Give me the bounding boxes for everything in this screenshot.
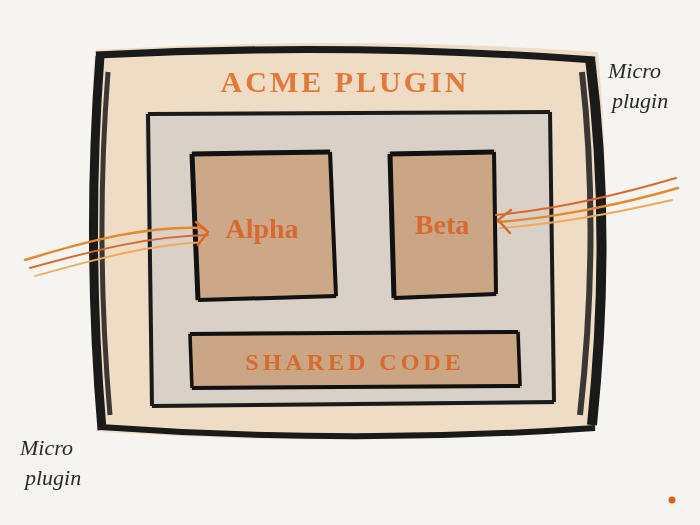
diagram-canvas: ACME PLUGIN Alpha Beta SHARED CODE bbox=[0, 0, 700, 525]
tool-dot bbox=[669, 497, 676, 504]
annotation-left: Micro plugin bbox=[19, 435, 81, 490]
shared-box: SHARED CODE bbox=[188, 330, 522, 390]
shared-label: SHARED CODE bbox=[245, 349, 464, 375]
beta-label: Beta bbox=[415, 209, 469, 240]
alpha-label: Alpha bbox=[225, 213, 298, 244]
beta-box: Beta bbox=[388, 150, 498, 300]
diagram-title: ACME PLUGIN bbox=[221, 65, 470, 98]
alpha-box: Alpha bbox=[190, 150, 338, 302]
annotation-right: Micro plugin bbox=[607, 58, 668, 113]
